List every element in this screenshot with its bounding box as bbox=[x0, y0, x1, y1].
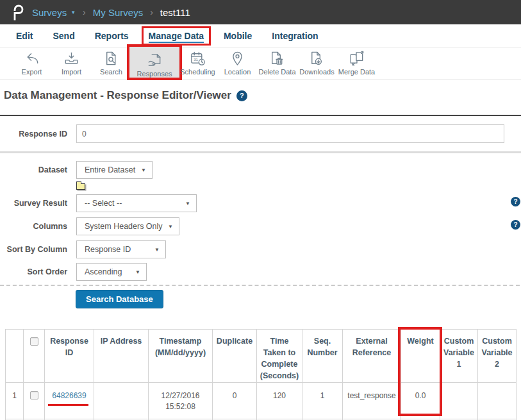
row-number-header bbox=[6, 330, 24, 383]
surveys-menu-label: Surveys bbox=[32, 7, 67, 18]
select-all-checkbox[interactable] bbox=[30, 337, 38, 346]
dataset-select-value: Entire Dataset bbox=[85, 165, 135, 174]
search-button[interactable]: Search bbox=[92, 48, 130, 76]
page-title: Data Management - Response Editor/Viewer bbox=[4, 89, 231, 102]
delete-data-icon bbox=[269, 50, 286, 67]
timestamp-cell: 12/27/2016 15:52:08 bbox=[149, 382, 213, 419]
tab-reports[interactable]: Reports bbox=[95, 31, 129, 41]
topbar: Surveys ▼ › My Surveys › test111 bbox=[0, 0, 521, 24]
annotation-underline-response-id bbox=[48, 404, 88, 406]
response-id-label: Response ID bbox=[0, 130, 67, 139]
caret-down-icon: ▼ bbox=[70, 10, 76, 15]
divider bbox=[0, 151, 521, 153]
chevron-down-icon: ▼ bbox=[154, 247, 160, 253]
survey-result-help-icon[interactable]: ? bbox=[511, 197, 520, 206]
folder-icon[interactable] bbox=[76, 183, 85, 190]
weight-cell: 0.0 bbox=[401, 382, 440, 419]
survey-result-select[interactable]: -- Select -- ▼ bbox=[76, 194, 197, 212]
col-external-reference: External Reference bbox=[343, 330, 401, 383]
chevron-down-icon: ▼ bbox=[141, 167, 146, 173]
import-icon bbox=[63, 50, 80, 67]
col-response-id: Response ID bbox=[45, 330, 94, 383]
export-icon bbox=[23, 50, 40, 67]
location-icon bbox=[229, 50, 246, 67]
import-button[interactable]: Import bbox=[53, 48, 90, 76]
export-button[interactable]: Export bbox=[13, 48, 51, 76]
duplicate-cell: 0 bbox=[213, 382, 257, 419]
chevron-down-icon: ▼ bbox=[168, 224, 173, 230]
sort-by-column-select[interactable]: Response ID ▼ bbox=[76, 240, 166, 258]
survey-result-row: Survey Result -- Select -- ▼ bbox=[0, 194, 197, 212]
columns-label: Columns bbox=[0, 222, 67, 231]
sort-order-label: Sort Order bbox=[0, 267, 67, 276]
responses-table: Response ID IP Address Timestamp (MM/dd/… bbox=[5, 329, 516, 420]
seq-number-cell: 1 bbox=[302, 382, 343, 419]
col-ip-address: IP Address bbox=[94, 330, 149, 383]
tab-mobile[interactable]: Mobile bbox=[224, 31, 252, 41]
survey-nav-tabs: Edit Send Reports Manage Data Mobile Int… bbox=[0, 24, 521, 47]
col-duplicate: Duplicate bbox=[213, 330, 257, 383]
breadcrumb-separator-icon: › bbox=[150, 7, 153, 17]
tool-label: Import bbox=[62, 68, 81, 76]
select-all-header bbox=[24, 330, 45, 383]
dataset-row: Dataset Entire Dataset ▼ bbox=[0, 161, 153, 179]
response-id-link[interactable]: 64826639 bbox=[52, 391, 86, 400]
tab-edit[interactable]: Edit bbox=[16, 31, 33, 41]
chevron-down-icon: ▼ bbox=[135, 269, 140, 275]
svg-text:31: 31 bbox=[194, 57, 198, 62]
delete-data-button[interactable]: Delete Data bbox=[258, 48, 296, 76]
table-header-row: Response ID IP Address Timestamp (MM/dd/… bbox=[6, 330, 517, 383]
sort-by-column-label: Sort By Column bbox=[0, 245, 67, 254]
tool-label: Responses bbox=[136, 70, 172, 78]
manage-data-toolbar: Export Import Search Responses 31 Schedu… bbox=[0, 48, 521, 80]
col-custom-variable-2: Custom Variable 2 bbox=[478, 330, 517, 383]
survey-result-select-value: -- Select -- bbox=[85, 199, 122, 208]
tool-label: Location bbox=[224, 68, 251, 76]
custom-variable-1-cell bbox=[440, 382, 478, 419]
tab-send[interactable]: Send bbox=[53, 31, 74, 41]
search-database-button[interactable]: Search Database bbox=[76, 290, 163, 308]
location-button[interactable]: Location bbox=[219, 48, 256, 76]
row-select-cell bbox=[24, 382, 45, 419]
tab-manage-data[interactable]: Manage Data bbox=[149, 31, 204, 43]
merge-data-button[interactable]: Merge Data bbox=[338, 48, 376, 76]
divider bbox=[0, 115, 521, 116]
tool-label: Delete Data bbox=[258, 68, 295, 76]
responses-button[interactable]: Responses bbox=[127, 44, 182, 80]
columns-help-icon[interactable]: ? bbox=[511, 220, 520, 230]
custom-variable-2-cell bbox=[478, 382, 517, 419]
time-taken-cell: 120 bbox=[257, 382, 302, 419]
merge-data-icon bbox=[348, 50, 365, 67]
col-timestamp: Timestamp (MM/dd/yyyy) bbox=[149, 330, 213, 383]
ip-address-cell bbox=[94, 382, 149, 419]
dataset-select[interactable]: Entire Dataset ▼ bbox=[76, 161, 153, 179]
responses-icon bbox=[146, 52, 163, 69]
row-number-cell: 1 bbox=[6, 382, 24, 419]
questionpro-logo[interactable] bbox=[11, 4, 25, 21]
tool-label: Search bbox=[100, 68, 122, 76]
col-weight: Weight bbox=[401, 330, 440, 383]
help-icon[interactable]: ? bbox=[236, 90, 247, 101]
row-checkbox[interactable] bbox=[30, 391, 38, 399]
scheduling-button[interactable]: 31 Scheduling bbox=[179, 48, 217, 76]
search-icon bbox=[103, 50, 120, 67]
sort-by-column-row: Sort By Column Response ID ▼ bbox=[0, 240, 166, 258]
breadcrumb-my-surveys[interactable]: My Surveys bbox=[93, 7, 143, 18]
columns-select-value: System Headers Only bbox=[85, 222, 163, 231]
tool-label: Export bbox=[22, 68, 42, 76]
chevron-down-icon: ▼ bbox=[185, 201, 190, 206]
tool-label: Scheduling bbox=[180, 68, 215, 76]
breadcrumb-separator-icon: › bbox=[83, 7, 86, 17]
survey-result-label: Survey Result bbox=[0, 199, 67, 208]
col-custom-variable-1: Custom Variable 1 bbox=[440, 330, 478, 383]
breadcrumb-current-survey: test111 bbox=[160, 7, 190, 18]
col-time-taken: Time Taken to Complete (Seconds) bbox=[257, 330, 302, 383]
columns-select[interactable]: System Headers Only ▼ bbox=[76, 217, 179, 235]
external-reference-cell: test_response bbox=[343, 382, 401, 419]
response-id-input[interactable] bbox=[76, 124, 504, 143]
downloads-button[interactable]: Downloads bbox=[298, 48, 336, 76]
tab-integration[interactable]: Integration bbox=[272, 31, 318, 41]
sort-order-select[interactable]: Ascending ▼ bbox=[76, 263, 147, 281]
surveys-menu[interactable]: Surveys ▼ bbox=[32, 7, 76, 18]
table-row: 1 64826639 12/27/2016 15:52:08 0 120 1 t… bbox=[6, 382, 517, 419]
